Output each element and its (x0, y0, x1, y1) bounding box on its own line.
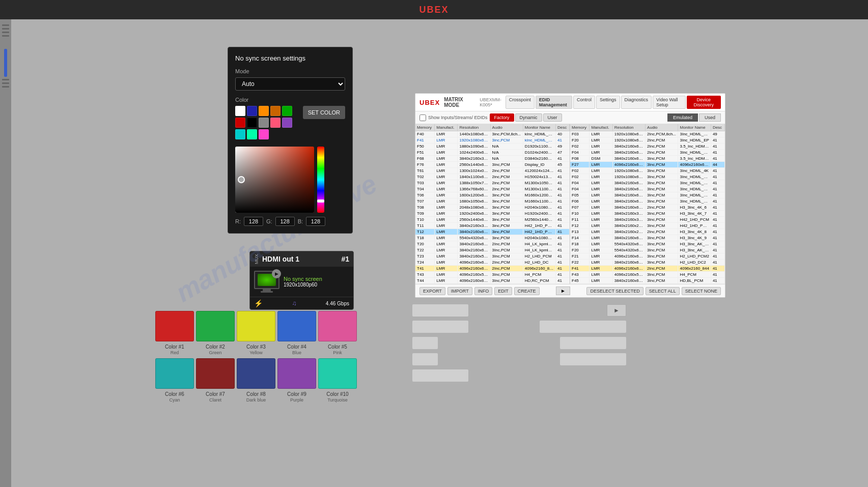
table-row[interactable]: T18LMR5540x4320x60.0Hz3inc,PCMH2040x1080… (415, 235, 570, 241)
g-input[interactable] (275, 217, 295, 226)
table-row[interactable]: F41LMR4096x2160x60.0Hz2Inc,PCM4096x2160_… (570, 266, 725, 272)
edit-button[interactable]: EDIT (494, 287, 512, 295)
tab-user[interactable]: User (543, 113, 562, 122)
table-row[interactable]: T11LMR3840x2160x30.0Hz3inc,PCMH42_1HD_PC… (415, 223, 570, 229)
table-row[interactable]: F04LMR3840x2160x60.0Hz3Inc,PCM3Inc_HDML_… (570, 180, 725, 186)
table-row[interactable]: T41LMR4096x2160x60.0Hz2Inc,PCM4096x2160_… (415, 266, 570, 272)
table-row[interactable]: T07LMR1680x1050x60.0Hz3inc,PCMM1660x1100… (415, 198, 570, 205)
table-row[interactable]: F02LMR1920x1080x60.0Hz3Inc,PCM3Inc_HDML_… (570, 168, 725, 174)
tab-emulated[interactable]: Emulated (667, 113, 698, 122)
table-row[interactable]: F41LMR1920x1080x60.0Hz3inc,PCMkInc_HDML_… (415, 137, 570, 144)
table-row[interactable]: T43LMR4096x2160x50.0Hz3Inc,PCMH4_PCM41 (415, 272, 570, 278)
table-row[interactable]: F27LMR4096x2160x60.0Hz3Inc,PCM4096x2160x… (570, 162, 725, 168)
table-row[interactable]: T09LMR1920x2400x60.0Hz3inc,PCMH1920x2400… (415, 211, 570, 217)
swatch-orange[interactable] (259, 106, 269, 116)
table-row[interactable]: F04LMR3840x2160x60.0Hz3Inc,PCM3Inc_HDML_… (570, 186, 725, 192)
table-row[interactable]: F43LMR4096x2160x50.0Hz3Inc,PCMH4_PCM41 (570, 272, 725, 278)
color-item-9[interactable]: Color #9 Purple (277, 358, 316, 404)
tab-dynamic[interactable]: Dynamic (515, 113, 542, 122)
color-item-6[interactable]: Color #6 Cyan (155, 358, 194, 404)
mode-select[interactable]: Auto Manual (235, 77, 345, 91)
table-row[interactable]: F02LMR1920x1080x60.0Hz3Inc,PCM3Inc_HDML_… (570, 174, 725, 180)
deselect-selected-button[interactable]: DESELECT SELECTED (586, 287, 643, 295)
table-row[interactable]: F12LMR3840x2160x24.0Hz3Inc,PCMH42_1HD_PC… (570, 223, 725, 229)
swatch-purple[interactable] (282, 118, 292, 128)
swatch-magenta[interactable] (259, 129, 269, 139)
create-button[interactable]: CREATE (514, 287, 540, 295)
swatch-white[interactable] (235, 106, 245, 116)
table-row[interactable]: F07LMR3840x2160x60.0Hz2Inc,PCMH3_3lnc_4K… (570, 205, 725, 211)
table-row[interactable]: F22LMR3840x2160x60.0Hz3Inc,PCMH2_LHD_DC2… (570, 260, 725, 266)
table-row[interactable]: T24LMR4096x2160x60.0Hz2Inc,PCMH2_LHD_DC4… (415, 260, 570, 266)
table-row[interactable]: F08DSM3840x2160x60.0Hz3Inc,PCM3.5_Inc_HD… (570, 156, 725, 162)
table-row[interactable]: F51LMR1024x2400x60.0HN/AD1024x2400p6047 (415, 150, 570, 156)
table-row[interactable]: T22LMR3840x2160x60.0Hz3Inc,PCMH4_LK_kpml… (415, 247, 570, 253)
gradient-handle[interactable] (238, 176, 245, 183)
import-button[interactable]: IMPORT (447, 287, 472, 295)
table-row[interactable]: T10LMR2560x1440x60.0Hz3inc,PCMM2560x1440… (415, 217, 570, 223)
nav-control[interactable]: Control (573, 96, 595, 109)
table-row[interactable]: F45LMR3840x2160x60.0Hz3Inc,PCMHD,BL_PCM4… (570, 278, 725, 284)
swatch-gray[interactable] (259, 118, 269, 128)
hue-slider[interactable] (317, 147, 324, 213)
hue-handle[interactable] (317, 199, 324, 203)
swatch-dark-orange[interactable] (270, 106, 281, 116)
table-row[interactable]: F50LMR1880x1090x60.0HzN/AD1920x1100p6049 (415, 144, 570, 150)
nav-crosspoint[interactable]: Crosspoint (506, 96, 535, 109)
color-item-5[interactable]: Color #5 Pink (318, 311, 357, 356)
table-row[interactable]: F68LMR3840x2160x30.0HzN/AD3840x2160x2441 (415, 156, 570, 162)
table-row[interactable]: T44LMR4096x2160x60.0Hz3Inc,PCMHD,RC_PCM4… (415, 278, 570, 284)
export-button[interactable]: EXPORT (419, 287, 445, 295)
ctrl-arrow-btn[interactable]: ► (607, 304, 626, 317)
table-row[interactable]: T08LMR2048x1080x60.0Hz3inc,PCMH2040x1080… (415, 205, 570, 211)
nav-edid[interactable]: EDID Management (536, 96, 572, 109)
nav-settings[interactable]: Settings (596, 96, 620, 109)
table-row[interactable]: F02LMR3840x2160x60.0Hz2Inc,PCM3.5_Inc_HD… (570, 144, 725, 150)
table-row[interactable]: T20LMR3840x2160x60.0Hz2Inc,PCMH4_LK_kpml… (415, 241, 570, 247)
color-item-8[interactable]: Color #8 Dark blue (237, 358, 275, 404)
info-button[interactable]: INFO (474, 287, 493, 295)
table-row[interactable]: F03LMR1920x1080x60.0Hz2Inc,PCM,8ch...3In… (570, 131, 725, 137)
table-row[interactable]: F10LMR3840x2160x30.0Hz3Inc,PCMH3_3lnc_4K… (570, 211, 725, 217)
swatch-black[interactable] (247, 118, 257, 128)
b-input[interactable] (306, 217, 325, 226)
table-row[interactable]: F13LMR3840x2160x24.0Hz2Inc,PCMH3_3lnc_4K… (570, 229, 725, 235)
color-gradient-box[interactable] (235, 147, 314, 213)
color-item-10[interactable]: Color #10 Turquoise (318, 358, 357, 404)
table-row[interactable]: T04LMR1366x768x60.0Hz2inc,PCMM1300x1100x… (415, 186, 570, 192)
nav-arrow-button[interactable]: ► (556, 287, 570, 295)
table-row[interactable]: F05LMR3840x2160x60.0Hz3Inc,PCM3Inc_HDML_… (570, 192, 725, 198)
table-row[interactable]: T02LMR1840x1100x60.0Hz2inc,PCMH150024x13… (415, 174, 570, 180)
table-row[interactable]: T12LMR3840x2160x60.0Hz3inc,PCMH42_1HD_PC… (415, 229, 570, 235)
select-none-button[interactable]: SELECT NONE (682, 287, 721, 295)
color-item-3[interactable]: Color #3 Yellow (237, 311, 275, 356)
show-edids-checkbox[interactable] (419, 114, 426, 121)
swatch-blue-dark[interactable] (247, 106, 257, 116)
table-row[interactable]: F76LMR2560x1440x60.0H3Inc,PCMDisplay_ID4… (415, 162, 570, 168)
table-row[interactable]: F20LMR1920x1080x60.0Hz2Inc,PCM3Inc_HDML_… (570, 137, 725, 144)
nav-diagnostics[interactable]: Diagnostics (621, 96, 652, 109)
color-item-4[interactable]: Color #4 Blue (277, 311, 316, 356)
tab-factory[interactable]: Factory (490, 113, 514, 122)
tab-used[interactable]: Used (699, 113, 721, 122)
table-row[interactable]: T23LMR3840x2160x50.0Hz3Inc,PCMH2_LHD_PCM… (415, 253, 570, 260)
color-item-1[interactable]: Color #1 Red (155, 311, 194, 356)
device-discovery-button[interactable]: Device Discovery (687, 96, 721, 109)
table-row[interactable]: T03LMR1388x1050x75.0Hz2inc,PCMM1300x1050… (415, 180, 570, 186)
r-input[interactable] (244, 217, 263, 226)
set-color-button[interactable]: SET COLOR (303, 106, 345, 119)
nav-videowall[interactable]: Video Wall Setup (653, 96, 686, 109)
swatch-bright-green[interactable] (247, 129, 257, 139)
table-row[interactable]: F06LMR3840x2160x60.0Hz3Inc,PCM3Inc_HDML_… (570, 198, 725, 205)
color-item-7[interactable]: Color #7 Claret (196, 358, 235, 404)
swatch-cyan[interactable] (235, 129, 245, 139)
swatch-red[interactable] (235, 118, 245, 128)
table-row[interactable]: F21LMR4096x2160x60.0Hz3Inc,PCMH2_LHD_PCM… (570, 253, 725, 260)
table-row[interactable]: F04LMR3840x2160x60.0Hz2Inc,PCM3Inc_HDML_… (570, 150, 725, 156)
table-row[interactable]: T06LMR1600x1200x60.0Hz3inc,PCMM1660x1200… (415, 192, 570, 198)
table-row[interactable]: F14LMR3840x2160x60.0Hz3Inc,PCMH3_3lnc_4K… (570, 235, 725, 241)
swatch-green[interactable] (282, 106, 292, 116)
table-row[interactable]: T61LMR1300x1024x00.0Hz2inc,PCM4120024x12… (415, 168, 570, 174)
table-row[interactable]: F40LMR1440x1080x60.0Hz3inc,PCM,8ch...kIn… (415, 131, 570, 137)
select-all-button[interactable]: SELECT ALL (646, 287, 680, 295)
